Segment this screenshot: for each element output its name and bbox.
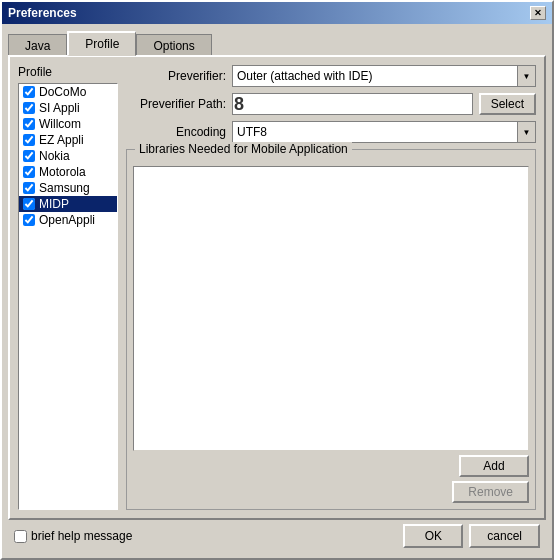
cancel-button[interactable]: cancel bbox=[469, 524, 540, 548]
help-checkbox[interactable] bbox=[14, 530, 27, 543]
label-willcom: Willcom bbox=[39, 117, 81, 131]
sidebar-item-docomo[interactable]: DoCoMo bbox=[19, 84, 117, 100]
encoding-dropdown[interactable]: UTF8 ▼ bbox=[232, 121, 536, 143]
preverifier-row: Preverifier: Outer (attached with IDE) ▼ bbox=[126, 65, 536, 87]
checkbox-motorola[interactable] bbox=[23, 166, 35, 178]
window-title: Preferences bbox=[8, 6, 77, 20]
checkbox-openappli[interactable] bbox=[23, 214, 35, 226]
sidebar-label: Profile bbox=[18, 65, 118, 79]
sidebar-item-nokia[interactable]: Nokia bbox=[19, 148, 117, 164]
sidebar: Profile DoCoMoSI AppliWillcomEZ AppliNok… bbox=[18, 65, 118, 510]
title-bar: Preferences ✕ bbox=[2, 2, 552, 24]
sidebar-item-motorola[interactable]: Motorola bbox=[19, 164, 117, 180]
sidebar-item-willcom[interactable]: Willcom bbox=[19, 116, 117, 132]
sidebar-item-openappli[interactable]: OpenAppli bbox=[19, 212, 117, 228]
add-button[interactable]: Add bbox=[459, 455, 529, 477]
encoding-dropdown-arrow[interactable]: ▼ bbox=[517, 122, 535, 142]
tab-java[interactable]: Java bbox=[8, 34, 67, 57]
preverifier-dropdown[interactable]: Outer (attached with IDE) ▼ bbox=[232, 65, 536, 87]
ok-button[interactable]: OK bbox=[403, 524, 463, 548]
preverifier-path-label: Preverifier Path: bbox=[126, 97, 226, 111]
libraries-group-legend: Libraries Needed for Mobile Application bbox=[135, 142, 352, 156]
main-panel: Profile DoCoMoSI AppliWillcomEZ AppliNok… bbox=[8, 55, 546, 520]
profile-list[interactable]: DoCoMoSI AppliWillcomEZ AppliNokiaMotoro… bbox=[18, 83, 118, 510]
label-samsung: Samsung bbox=[39, 181, 90, 195]
checkbox-si-appli[interactable] bbox=[23, 102, 35, 114]
help-check-area: brief help message bbox=[14, 529, 132, 543]
tabs-bar: Java Profile Options bbox=[8, 30, 546, 55]
preverifier-path-input[interactable] bbox=[232, 93, 473, 115]
label-openappli: OpenAppli bbox=[39, 213, 95, 227]
label-motorola: Motorola bbox=[39, 165, 86, 179]
libraries-list[interactable] bbox=[133, 166, 529, 451]
select-button[interactable]: Select bbox=[479, 93, 536, 115]
label-docomo: DoCoMo bbox=[39, 85, 86, 99]
preverifier-path-row: Preverifier Path: 8 Select bbox=[126, 93, 536, 115]
preverifier-label: Preverifier: bbox=[126, 69, 226, 83]
label-midp: MIDP bbox=[39, 197, 69, 211]
tab-options[interactable]: Options bbox=[136, 34, 211, 57]
encoding-label: Encoding bbox=[126, 125, 226, 139]
tab-profile[interactable]: Profile bbox=[67, 31, 136, 56]
label-ez-appli: EZ Appli bbox=[39, 133, 84, 147]
bottom-buttons: OK cancel bbox=[403, 524, 540, 548]
preverifier-dropdown-arrow[interactable]: ▼ bbox=[517, 66, 535, 86]
checkbox-willcom[interactable] bbox=[23, 118, 35, 130]
title-bar-controls: ✕ bbox=[530, 6, 546, 20]
checkbox-ez-appli[interactable] bbox=[23, 134, 35, 146]
sidebar-item-midp[interactable]: MIDP bbox=[19, 196, 117, 212]
right-panel: Preverifier: Outer (attached with IDE) ▼… bbox=[126, 65, 536, 510]
label-nokia: Nokia bbox=[39, 149, 70, 163]
sidebar-item-ez-appli[interactable]: EZ Appli bbox=[19, 132, 117, 148]
sidebar-item-samsung[interactable]: Samsung bbox=[19, 180, 117, 196]
sidebar-item-si-appli[interactable]: SI Appli bbox=[19, 100, 117, 116]
checkbox-midp[interactable] bbox=[23, 198, 35, 210]
checkbox-samsung[interactable] bbox=[23, 182, 35, 194]
help-label: brief help message bbox=[31, 529, 132, 543]
checkbox-nokia[interactable] bbox=[23, 150, 35, 162]
close-button[interactable]: ✕ bbox=[530, 6, 546, 20]
encoding-row: Encoding UTF8 ▼ bbox=[126, 121, 536, 143]
preverifier-value: Outer (attached with IDE) bbox=[233, 69, 517, 83]
encoding-value: UTF8 bbox=[233, 125, 517, 139]
title-bar-title: Preferences bbox=[8, 6, 77, 20]
remove-button[interactable]: Remove bbox=[452, 481, 529, 503]
preferences-window: Preferences ✕ Java Profile Options Profi… bbox=[0, 0, 554, 560]
libraries-group: Libraries Needed for Mobile Application … bbox=[126, 149, 536, 510]
lib-buttons: Add Remove bbox=[133, 455, 529, 503]
checkbox-docomo[interactable] bbox=[23, 86, 35, 98]
label-si-appli: SI Appli bbox=[39, 101, 80, 115]
bottom-bar: brief help message OK cancel bbox=[8, 520, 546, 552]
window-content: Java Profile Options Profile DoCoMoSI Ap… bbox=[2, 24, 552, 558]
